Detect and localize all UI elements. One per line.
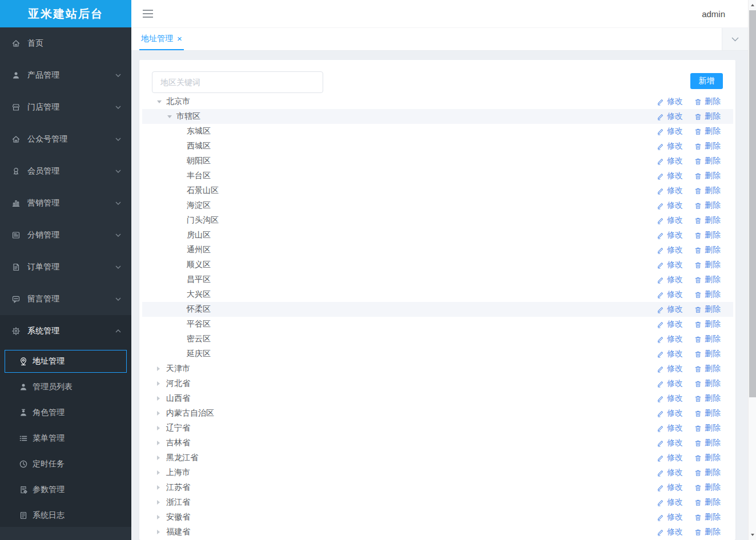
edit-link[interactable]: 修改	[657, 304, 683, 315]
delete-link[interactable]: 删除	[694, 497, 721, 507]
delete-link[interactable]: 删除	[694, 111, 721, 122]
delete-link[interactable]: 删除	[694, 512, 721, 522]
sidebar-subitem[interactable]: 菜单管理	[5, 427, 127, 450]
edit-link[interactable]: 修改	[657, 215, 683, 225]
delete-link[interactable]: 删除	[694, 408, 721, 418]
tree-row[interactable]: 丰台区修改删除	[142, 168, 733, 183]
tree-row[interactable]: 大兴区修改删除	[142, 287, 733, 302]
tree-row[interactable]: 黑龙江省修改删除	[142, 450, 733, 465]
delete-link[interactable]: 删除	[694, 156, 721, 166]
tree-row[interactable]: 朝阳区修改删除	[142, 154, 733, 168]
expand-arrow-icon[interactable]	[157, 421, 166, 436]
edit-link[interactable]: 修改	[657, 378, 683, 389]
sidebar-item[interactable]: 分销管理	[0, 219, 131, 251]
expand-arrow-icon[interactable]	[157, 376, 166, 391]
tree-row[interactable]: 浙江省修改删除	[142, 495, 733, 510]
edit-link[interactable]: 修改	[657, 319, 683, 329]
expand-arrow-icon[interactable]	[157, 495, 166, 510]
delete-link[interactable]: 删除	[694, 393, 721, 404]
delete-link[interactable]: 删除	[694, 319, 721, 329]
tree-row[interactable]: 石景山区修改删除	[142, 183, 733, 198]
tree-row[interactable]: 门头沟区修改删除	[142, 213, 733, 228]
sidebar-item[interactable]: 会员管理	[0, 155, 131, 187]
delete-link[interactable]: 删除	[694, 304, 721, 315]
edit-link[interactable]: 修改	[657, 349, 683, 359]
tree-row[interactable]: 内蒙古自治区修改删除	[142, 406, 733, 421]
tree-row[interactable]: 怀柔区修改删除	[142, 302, 733, 317]
delete-link[interactable]: 删除	[694, 334, 721, 344]
edit-link[interactable]: 修改	[657, 245, 683, 255]
scrollbar-up-arrow[interactable]	[749, 1, 756, 9]
edit-link[interactable]: 修改	[657, 423, 683, 433]
tree-row[interactable]: 密云区修改删除	[142, 332, 733, 346]
delete-link[interactable]: 删除	[694, 245, 721, 255]
edit-link[interactable]: 修改	[657, 468, 683, 478]
tab-address-management[interactable]: 地址管理 ×	[139, 28, 184, 50]
tree-row[interactable]: 福建省修改删除	[142, 525, 733, 539]
tree-row[interactable]: 房山区修改删除	[142, 228, 733, 243]
edit-link[interactable]: 修改	[657, 512, 683, 522]
tree-row[interactable]: 河北省修改删除	[142, 376, 733, 391]
edit-link[interactable]: 修改	[657, 126, 683, 136]
edit-link[interactable]: 修改	[657, 438, 683, 448]
expand-arrow-icon[interactable]	[157, 450, 166, 465]
expand-arrow-icon[interactable]	[157, 436, 166, 450]
tree-row[interactable]: 平谷区修改删除	[142, 317, 733, 332]
sidebar-item[interactable]: 门店管理	[0, 91, 131, 123]
delete-link[interactable]: 删除	[694, 423, 721, 433]
expand-arrow-icon[interactable]	[157, 361, 166, 376]
delete-link[interactable]: 删除	[694, 289, 721, 300]
sidebar-subitem[interactable]: 参数管理	[5, 478, 127, 501]
sidebar-item[interactable]: 产品管理	[0, 59, 131, 91]
edit-link[interactable]: 修改	[657, 186, 683, 196]
edit-link[interactable]: 修改	[657, 275, 683, 285]
tree-row[interactable]: 东城区修改删除	[142, 124, 733, 139]
edit-link[interactable]: 修改	[657, 527, 683, 537]
sidebar-subitem[interactable]: 系统日志	[5, 504, 127, 527]
tree-row[interactable]: 天津市修改删除	[142, 361, 733, 376]
edit-link[interactable]: 修改	[657, 141, 683, 151]
edit-link[interactable]: 修改	[657, 497, 683, 507]
edit-link[interactable]: 修改	[657, 111, 683, 122]
tree-row[interactable]: 北京市修改删除	[142, 94, 733, 109]
delete-link[interactable]: 删除	[694, 126, 721, 136]
current-user[interactable]: admin	[702, 9, 725, 19]
sidebar-item[interactable]: 首页	[0, 27, 131, 59]
vertical-scrollbar[interactable]	[748, 0, 756, 540]
delete-link[interactable]: 删除	[694, 200, 721, 211]
delete-link[interactable]: 删除	[694, 527, 721, 537]
delete-link[interactable]: 删除	[694, 349, 721, 359]
expand-arrow-icon[interactable]	[157, 510, 166, 525]
expand-arrow-icon[interactable]	[157, 525, 166, 539]
sidebar-subitem[interactable]: 定时任务	[5, 453, 127, 475]
delete-link[interactable]: 删除	[694, 468, 721, 478]
scrollbar-down-arrow[interactable]	[749, 531, 756, 539]
delete-link[interactable]: 删除	[694, 438, 721, 448]
sidebar-subitem[interactable]: 角色管理	[5, 401, 127, 424]
sidebar-item[interactable]: 营销管理	[0, 187, 131, 219]
scrollbar-thumb[interactable]	[749, 10, 756, 397]
edit-link[interactable]: 修改	[657, 334, 683, 344]
tree-row[interactable]: 通州区修改删除	[142, 243, 733, 257]
delete-link[interactable]: 删除	[694, 215, 721, 225]
tree-row[interactable]: 昌平区修改删除	[142, 272, 733, 287]
delete-link[interactable]: 删除	[694, 482, 721, 493]
edit-link[interactable]: 修改	[657, 482, 683, 493]
sidebar-item[interactable]: 公众号管理	[0, 123, 131, 155]
delete-link[interactable]: 删除	[694, 260, 721, 270]
collapse-arrow-icon[interactable]	[167, 109, 176, 124]
tree-row[interactable]: 延庆区修改删除	[142, 346, 733, 361]
search-input[interactable]	[152, 71, 323, 93]
tabs-dropdown-button[interactable]	[722, 28, 748, 50]
tree-row[interactable]: 安徽省修改删除	[142, 510, 733, 525]
delete-link[interactable]: 删除	[694, 230, 721, 240]
expand-arrow-icon[interactable]	[157, 406, 166, 421]
delete-link[interactable]: 删除	[694, 364, 721, 374]
tree-row[interactable]: 山西省修改删除	[142, 391, 733, 406]
sidebar-item[interactable]: 订单管理	[0, 251, 131, 283]
delete-link[interactable]: 删除	[694, 453, 721, 463]
sidebar-subitem[interactable]: 管理员列表	[5, 376, 127, 398]
tab-close-icon[interactable]: ×	[177, 34, 182, 43]
delete-link[interactable]: 删除	[694, 275, 721, 285]
tree-row[interactable]: 吉林省修改删除	[142, 436, 733, 450]
